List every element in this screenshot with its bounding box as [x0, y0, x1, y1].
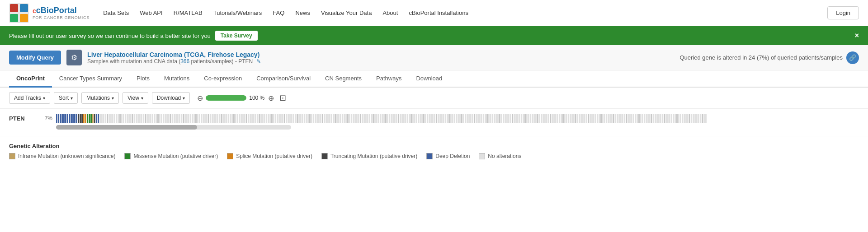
tab-cancer-types[interactable]: Cancer Types Summary [52, 70, 129, 88]
oncoprint-bar [439, 114, 441, 123]
oncoprint-bar [432, 114, 434, 123]
oncoprint-bar [260, 114, 262, 123]
tab-cn-segments[interactable]: CN Segments [318, 70, 369, 88]
cbioportal-logo-icon [9, 3, 29, 23]
nav-news[interactable]: News [295, 9, 310, 16]
study-info: Liver Hepatocellular Carcinoma (TCGA, Fi… [87, 51, 674, 65]
nav-tutorials[interactable]: Tutorials/Webinars [213, 9, 262, 16]
nav-about[interactable]: About [382, 9, 398, 16]
tab-oncoprint[interactable]: OncoPrint [9, 70, 52, 88]
oncoprint-bar [107, 114, 108, 123]
logo[interactable]: c cBioPortal FOR CANCER GENOMICS [9, 3, 90, 23]
nav-rmatlab[interactable]: R/MATLAB [174, 9, 203, 16]
tab-coexpression[interactable]: Co-expression [197, 70, 249, 88]
oncoprint-bar [213, 114, 215, 123]
oncoprint-bar [360, 114, 361, 123]
oncoprint-bar [450, 114, 452, 123]
oncoprint-bar [226, 114, 227, 123]
screenshot-button[interactable]: ⊡ [279, 93, 286, 103]
oncoprint-bar [168, 114, 170, 123]
legend-title: Genetic Alteration [9, 143, 859, 149]
edit-gene-icon[interactable]: ✎ [256, 58, 261, 65]
oncoprint-bar [401, 114, 403, 123]
oncoprint-bar [230, 114, 231, 123]
add-tracks-button[interactable]: Add Tracks ▾ [9, 92, 50, 104]
oncoprint-bar [280, 114, 282, 123]
sort-button[interactable]: Sort ▾ [54, 92, 78, 104]
oncoprint-bar [89, 114, 90, 123]
oncoprint-bar [98, 114, 99, 123]
tab-download[interactable]: Download [409, 70, 449, 88]
mutations-caret: ▾ [112, 96, 114, 101]
nav-visualize[interactable]: Visualize Your Data [321, 9, 372, 16]
tab-comparison[interactable]: Comparison/Survival [249, 70, 318, 88]
oncoprint-bar [541, 114, 542, 123]
oncoprint-bar [376, 114, 377, 123]
oncoprint-bar [92, 114, 94, 123]
study-title-link[interactable]: Liver Hepatocellular Carcinoma (TCGA, Fi… [87, 51, 259, 58]
oncoprint-bar [251, 114, 253, 123]
oncoprint-bar [157, 114, 159, 123]
view-button[interactable]: View ▾ [123, 92, 148, 104]
svg-rect-4 [20, 14, 28, 22]
oncoprint-bar [649, 114, 651, 123]
mutations-label: Mutations [86, 95, 110, 101]
oncoprint-bar [148, 114, 150, 123]
take-survey-button[interactable]: Take Survey [215, 31, 258, 41]
oncoprint-bar [577, 114, 578, 123]
oncoprint-bar [542, 114, 544, 123]
zoom-bar[interactable] [206, 95, 246, 101]
tab-pathways[interactable]: Pathways [369, 70, 409, 88]
oncoprint-bar [118, 114, 119, 123]
oncoprint-bar [277, 114, 278, 123]
nav-installations[interactable]: cBioPortal Installations [409, 9, 468, 16]
legend-item-no-alt: No alterations [479, 153, 521, 159]
oncoprint-bar [673, 114, 674, 123]
oncoprint-bar [510, 114, 511, 123]
oncoprint-bar [544, 114, 546, 123]
zoom-in-button[interactable]: ⊕ [268, 94, 274, 102]
login-button[interactable]: Login [827, 6, 859, 19]
nav-webapi[interactable]: Web API [140, 9, 162, 16]
tab-plots[interactable]: Plots [129, 70, 157, 88]
oncoprint-bar [667, 114, 669, 123]
oncoprint-bar [705, 114, 707, 123]
oncoprint-bar [224, 114, 226, 123]
query-link-button[interactable]: 🔗 [846, 51, 859, 64]
oncoprint-bar [253, 114, 255, 123]
samples-count-link[interactable]: 366 [180, 58, 189, 65]
oncoprint-bar [615, 114, 616, 123]
oncoprint-bar [139, 114, 141, 123]
download-toolbar-button[interactable]: Download ▾ [152, 92, 190, 104]
modify-query-button[interactable]: Modify Query [9, 51, 61, 65]
oncoprint-bar [387, 114, 388, 123]
oncoprint-bar [416, 114, 417, 123]
zoom-out-button[interactable]: ⊖ [197, 94, 203, 102]
oncoprint-bar [602, 114, 604, 123]
tab-mutations[interactable]: Mutations [157, 70, 197, 88]
oncoprint-bar [217, 114, 218, 123]
banner-close-button[interactable]: × [855, 32, 859, 40]
oncoprint-bar [459, 114, 461, 123]
mutations-button[interactable]: Mutations ▾ [81, 92, 119, 104]
oncoprint-bar [429, 114, 430, 123]
oncoprint-bar [405, 114, 406, 123]
oncoprint-bar [336, 114, 338, 123]
nav-datasets[interactable]: Data Sets [103, 9, 129, 16]
oncoprint-bar [420, 114, 421, 123]
survey-text: Please fill out our user survey so we ca… [9, 32, 211, 39]
oncoprint-area: PTEN 7% [0, 109, 868, 136]
oncoprint-bar [244, 114, 245, 123]
nav-faq[interactable]: FAQ [273, 9, 284, 16]
filter-icon-button[interactable]: ⚙ [66, 50, 82, 65]
oncoprint-scrollbar[interactable] [56, 125, 291, 130]
scrollbar-thumb[interactable] [56, 125, 197, 130]
oncoprint-bar [588, 114, 589, 123]
oncoprint-track[interactable] [56, 113, 859, 123]
legend-item-deep-deletion: Deep Deletion [426, 153, 470, 159]
oncoprint-bar [618, 114, 620, 123]
oncoprint-bar [145, 114, 146, 123]
oncoprint-bar [593, 114, 594, 123]
oncoprint-bar [241, 114, 242, 123]
oncoprint-bar [436, 114, 437, 123]
